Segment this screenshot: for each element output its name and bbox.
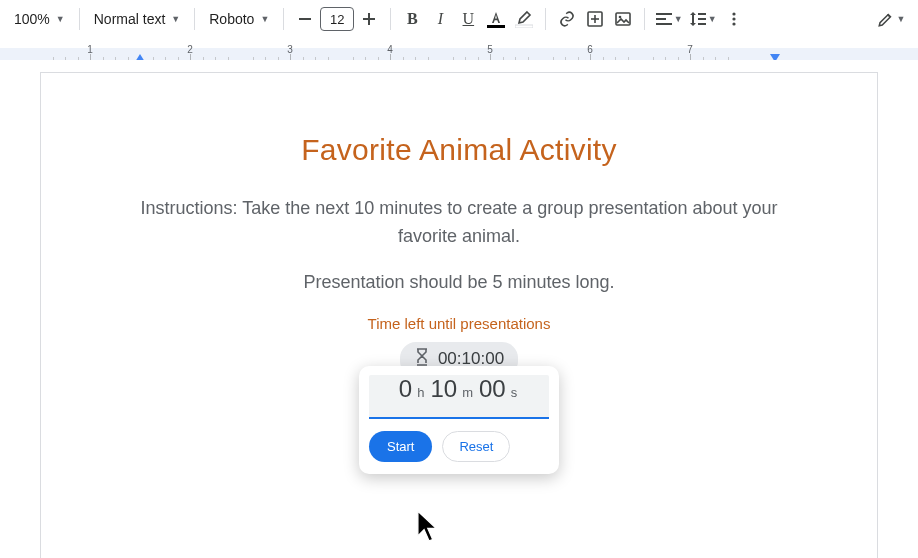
toolbar-separator [79, 8, 80, 30]
start-button[interactable]: Start [369, 431, 432, 462]
svg-rect-15 [698, 23, 706, 25]
font-family-dropdown[interactable]: Roboto ▼ [203, 7, 275, 31]
toolbar: 100% ▼ Normal text ▼ Roboto ▼ 12 B I U [0, 0, 918, 38]
svg-rect-12 [656, 23, 672, 25]
svg-rect-13 [698, 13, 706, 15]
svg-rect-14 [698, 18, 706, 20]
caret-down-icon: ▼ [897, 14, 906, 24]
svg-rect-4 [515, 25, 533, 28]
editing-mode-dropdown[interactable]: ▼ [872, 6, 910, 32]
toolbar-separator [283, 8, 284, 30]
reset-button[interactable]: Reset [442, 431, 510, 462]
svg-point-16 [733, 12, 736, 15]
toolbar-separator [545, 8, 546, 30]
line-spacing-dropdown[interactable]: ▼ [687, 6, 719, 32]
decrease-font-size-button[interactable] [292, 6, 318, 32]
document-title: Favorite Animal Activity [111, 133, 807, 167]
text-style-value: Normal text [94, 11, 166, 27]
caret-down-icon: ▼ [171, 14, 180, 24]
svg-rect-8 [616, 13, 630, 25]
zoom-dropdown[interactable]: 100% ▼ [8, 7, 71, 31]
insert-link-button[interactable] [554, 6, 580, 32]
caret-down-icon: ▼ [56, 14, 65, 24]
svg-point-18 [733, 22, 736, 25]
more-toolbar-button[interactable] [721, 6, 747, 32]
italic-button[interactable]: I [427, 6, 453, 32]
highlight-color-button[interactable] [511, 6, 537, 32]
caret-down-icon: ▼ [674, 14, 683, 24]
text-color-button[interactable] [483, 6, 509, 32]
document-page[interactable]: Favorite Animal Activity Instructions: T… [40, 72, 878, 558]
insert-image-button[interactable] [610, 6, 636, 32]
document-body-1: Instructions: Take the next 10 minutes t… [111, 195, 807, 251]
toolbar-separator [194, 8, 195, 30]
svg-rect-2 [363, 18, 375, 20]
timer-time-input[interactable]: 0 h 10 m 00 s [369, 375, 549, 419]
svg-point-9 [619, 16, 622, 19]
svg-rect-10 [656, 13, 672, 15]
svg-rect-0 [299, 18, 311, 20]
countdown-label: Time left until presentations [111, 315, 807, 332]
caret-down-icon: ▼ [708, 14, 717, 24]
bold-button[interactable]: B [399, 6, 425, 32]
ruler: 1234567 [0, 38, 918, 60]
font-size-input[interactable]: 12 [320, 7, 354, 31]
caret-down-icon: ▼ [260, 14, 269, 24]
underline-button[interactable]: U [455, 6, 481, 32]
document-body-2: Presentation should be 5 minutes long. [111, 269, 807, 297]
toolbar-separator [390, 8, 391, 30]
svg-point-17 [733, 17, 736, 20]
svg-rect-3 [487, 25, 505, 28]
increase-font-size-button[interactable] [356, 6, 382, 32]
zoom-value: 100% [14, 11, 50, 27]
add-comment-button[interactable] [582, 6, 608, 32]
toolbar-separator [644, 8, 645, 30]
timer-popover: 0 h 10 m 00 s Start Reset [359, 366, 559, 474]
align-dropdown[interactable]: ▼ [653, 6, 685, 32]
font-family-value: Roboto [209, 11, 254, 27]
svg-rect-11 [656, 18, 666, 20]
text-style-dropdown[interactable]: Normal text ▼ [88, 7, 187, 31]
